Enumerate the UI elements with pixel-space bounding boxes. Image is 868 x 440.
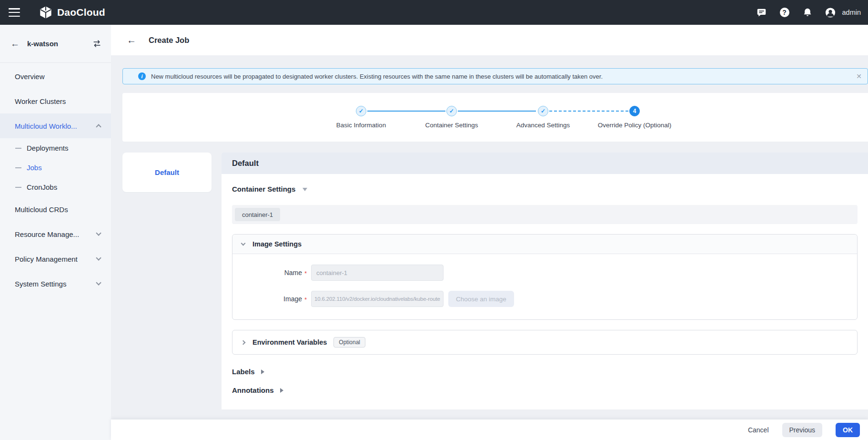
notifications-bell-icon[interactable]	[802, 7, 813, 18]
step-label: Basic Information	[318, 122, 404, 129]
sidebar-nav: Overview Worker Clusters Multicloud Work…	[0, 63, 111, 296]
environment-variables-header[interactable]: Environment Variables Optional	[232, 330, 857, 354]
image-field-row: Image * Choose an image	[232, 291, 857, 307]
container-tab[interactable]: container-1	[235, 208, 280, 221]
image-settings-header[interactable]: Image Settings	[232, 235, 857, 254]
sidebar-item-multicloud-crds[interactable]: Multicloud CRDs	[0, 197, 111, 222]
image-settings-box: Image Settings Name * Image	[232, 234, 858, 320]
container-settings-title: Container Settings	[232, 185, 295, 193]
labels-title: Labels	[232, 368, 255, 376]
close-icon[interactable]: ✕	[854, 71, 864, 82]
username-label[interactable]: admin	[842, 9, 861, 16]
step-check-icon: ✓	[356, 106, 366, 116]
panel-body: Container Settings container-1 Image	[222, 174, 868, 409]
topbar-right: ? admin	[757, 7, 861, 18]
main-area: ← Create Job i New multicloud resources …	[111, 25, 868, 440]
name-field-row: Name *	[232, 265, 857, 281]
sidebar-item-cronjobs[interactable]: CronJobs	[0, 177, 111, 197]
expand-triangle-icon[interactable]	[261, 369, 264, 374]
step-label: Override Policy (Optional)	[592, 122, 677, 129]
step-override-policy: 4 Override Policy (Optional)	[592, 106, 677, 129]
default-policy-panel: Default Container Settings container-1	[222, 153, 868, 409]
panel-header: Default	[222, 153, 868, 174]
image-settings-title: Image Settings	[252, 240, 302, 248]
dash-icon	[15, 148, 21, 149]
container-image-input[interactable]	[311, 291, 444, 307]
footer-action-bar: Cancel Previous OK	[111, 420, 868, 440]
stepper: ✓ Basic Information ✓ Container Settings…	[122, 93, 868, 142]
environment-variables-box: Environment Variables Optional	[232, 330, 858, 355]
ok-button[interactable]: OK	[836, 423, 860, 437]
content: i New multicloud resources will be propa…	[111, 55, 868, 420]
optional-badge: Optional	[333, 337, 365, 348]
container-name-input[interactable]	[311, 265, 444, 281]
image-settings-form: Name * Image * Choose an image	[232, 254, 857, 319]
step-check-icon: ✓	[446, 106, 457, 116]
annotations-row: Annotations	[232, 386, 858, 394]
chevron-right-icon	[241, 340, 246, 345]
image-label: Image	[232, 295, 302, 303]
cancel-button[interactable]: Cancel	[748, 426, 769, 434]
environment-variables-title: Environment Variables	[252, 338, 327, 346]
sidebar-item-jobs[interactable]: Jobs	[0, 158, 111, 177]
page-title: Create Job	[149, 36, 189, 45]
info-icon: i	[138, 72, 146, 80]
back-arrow-icon[interactable]: ←	[10, 39, 20, 48]
dash-icon	[15, 167, 21, 168]
sidebar-item-system-settings[interactable]: System Settings	[0, 271, 111, 296]
sidebar: ← k-watson Overview Worker Clusters Mult…	[0, 25, 111, 440]
sidebar-cluster-header: ← k-watson	[0, 25, 111, 62]
expand-triangle-icon[interactable]	[280, 388, 283, 393]
help-icon[interactable]: ?	[779, 7, 790, 18]
sidebar-item-overview[interactable]: Overview	[0, 64, 111, 89]
step-check-icon: ✓	[538, 106, 548, 116]
policy-card-label: Default	[155, 168, 179, 176]
sidebar-item-worker-clusters[interactable]: Worker Clusters	[0, 89, 111, 113]
container-tab-strip: container-1	[232, 205, 858, 224]
sidebar-item-policy-management[interactable]: Policy Management	[0, 246, 111, 271]
labels-row: Labels	[232, 368, 858, 376]
chevron-down-icon	[96, 230, 101, 235]
brand: DaoCloud	[39, 6, 105, 19]
user-avatar[interactable]	[825, 7, 836, 18]
alert-text: New multicloud resources will be propaga…	[151, 73, 603, 80]
chevron-down-icon	[96, 255, 101, 260]
name-label: Name	[232, 269, 302, 276]
switch-cluster-icon[interactable]	[92, 39, 101, 48]
cluster-name: k-watson	[27, 40, 58, 48]
annotations-title: Annotations	[232, 386, 274, 394]
sidebar-item-deployments[interactable]: Deployments	[0, 138, 111, 158]
daocloud-logo-icon	[39, 6, 52, 19]
dropdown-triangle-icon[interactable]	[303, 188, 307, 191]
sidebar-item-resource-management[interactable]: Resource Manage...	[0, 222, 111, 246]
chevron-up-icon	[96, 124, 101, 129]
step-advanced-settings: ✓ Advanced Settings	[500, 106, 586, 129]
required-asterisk: *	[304, 296, 311, 303]
back-arrow-icon[interactable]: ←	[127, 35, 136, 45]
chevron-down-icon	[241, 241, 246, 246]
brand-name: DaoCloud	[57, 7, 105, 18]
dash-icon	[15, 187, 21, 188]
page-header: ← Create Job	[111, 25, 868, 55]
override-policy-body: Default Default Container Settings	[122, 153, 868, 409]
hamburger-menu-icon[interactable]	[9, 8, 20, 17]
chevron-down-icon	[96, 280, 101, 285]
app-root: DaoCloud ?	[0, 0, 868, 440]
container-settings-section-header: Container Settings	[232, 185, 858, 193]
step-label: Advanced Settings	[500, 122, 586, 129]
step-container-settings: ✓ Container Settings	[409, 106, 495, 129]
sidebar-item-multicloud-workloads[interactable]: Multicloud Worklo...	[0, 113, 111, 138]
required-asterisk: *	[304, 270, 311, 277]
step-label: Container Settings	[409, 122, 495, 129]
step-number-icon: 4	[629, 106, 640, 116]
step-basic-information: ✓ Basic Information	[318, 106, 404, 129]
panel-title: Default	[232, 159, 259, 168]
info-alert: i New multicloud resources will be propa…	[122, 68, 868, 84]
messages-icon[interactable]	[757, 7, 767, 18]
policy-card-default[interactable]: Default	[122, 153, 212, 192]
topbar: DaoCloud ?	[0, 0, 868, 25]
choose-image-button[interactable]: Choose an image	[448, 291, 514, 307]
previous-button[interactable]: Previous	[782, 423, 822, 437]
